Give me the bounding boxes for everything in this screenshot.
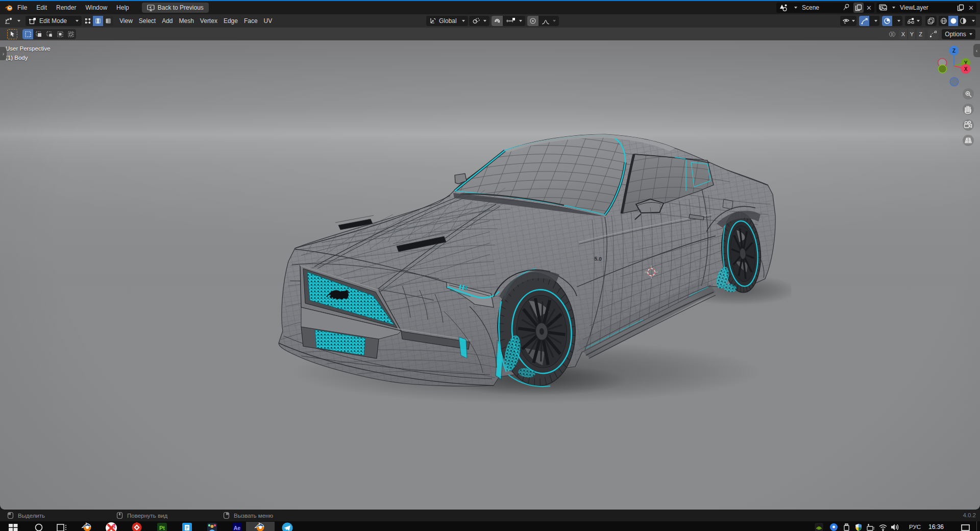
svg-text:РУС: РУС <box>909 524 921 530</box>
svg-text:Pt: Pt <box>159 525 165 531</box>
svg-text:Ae: Ae <box>234 525 241 531</box>
svg-text:Z: Z <box>952 48 955 54</box>
svg-text:5.0: 5.0 <box>594 255 602 262</box>
svg-text:16:36: 16:36 <box>928 523 944 530</box>
svg-text:X: X <box>964 66 968 72</box>
